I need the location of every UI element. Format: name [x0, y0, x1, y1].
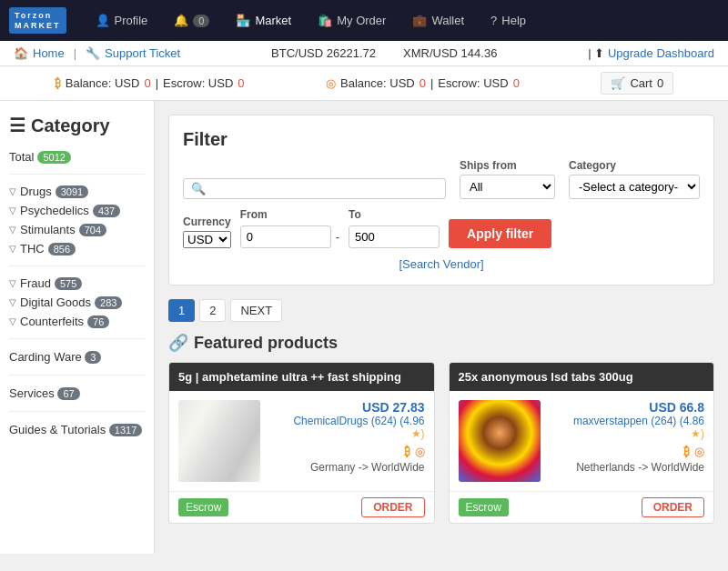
xmr-escrow-label: Escrow: USD [438, 76, 508, 90]
sidebar-divider-5 [9, 411, 145, 412]
sidebar-item-guides-tutorials[interactable]: Guides & Tutorials 1317 [9, 419, 145, 440]
xmr-balance-value: 0 [420, 76, 426, 90]
sidebar-item-drugs[interactable]: ▽ Drugs 3091 [9, 182, 145, 201]
product-seller-1[interactable]: ChemicalDrugs (624) (4.96 [269, 415, 425, 427]
profile-icon: 👤 [96, 14, 110, 27]
nav-market-label: Market [255, 14, 291, 27]
product-price-1: USD 27.83 [269, 400, 425, 415]
ships-from-select[interactable]: All USA UK Germany Netherlands WorldWide [460, 175, 555, 199]
order-button-2[interactable]: ORDER [642, 497, 704, 517]
info-bar-left: 🏠 Home | 🔧 Support Ticket [14, 46, 180, 60]
nav-myorder[interactable]: 🛍️ My Order [307, 6, 397, 35]
btc-label: BTC/USD [271, 46, 323, 60]
ticket-icon: 🔧 [86, 46, 100, 60]
featured-title: 🔗 Featured products [168, 333, 714, 353]
digital-goods-badge: 283 [95, 296, 122, 309]
balance-bar: ₿ Balance: USD 0 | Escrow: USD 0 ◎ Balan… [0, 66, 728, 101]
page-2-button[interactable]: 2 [199, 299, 226, 322]
btc-value: 26221.72 [327, 46, 376, 60]
page-1-button[interactable]: 1 [168, 299, 195, 322]
product-image-2 [459, 400, 541, 482]
xmr-escrow-value: 0 [513, 76, 520, 90]
thc-badge: 856 [48, 243, 76, 255]
sidebar-item-thc[interactable]: ▽ THC 856 [9, 239, 145, 258]
btc-balance-value: 0 [144, 76, 150, 90]
nav-notifications[interactable]: 🔔 0 [163, 6, 220, 35]
star-icon-1: ★ [411, 427, 421, 440]
sidebar-divider-3 [9, 338, 145, 339]
filter-search-box[interactable]: 🔍 [183, 178, 446, 199]
stimulants-label: Stimulants [20, 223, 76, 236]
stimulants-badge: 704 [79, 224, 106, 236]
order-icon: 🛍️ [318, 14, 332, 27]
sidebar-item-counterfeits[interactable]: ▽ Counterfeits 76 [9, 312, 145, 331]
logo-subtext: MARKET [15, 21, 61, 31]
nav-help[interactable]: ? Help [480, 6, 537, 35]
featured-title-text: Featured products [194, 334, 338, 353]
product-info-1: USD 27.83 ChemicalDrugs (624) (4.96 ★) ₿… [269, 400, 425, 482]
sidebar: ☰ Category Total 5012 ▽ Drugs 3091 ▽ Psy… [0, 101, 155, 554]
home-link[interactable]: Home [33, 46, 65, 60]
sidebar-item-stimulants[interactable]: ▽ Stimulants 704 [9, 220, 145, 239]
logo[interactable]: Torzon MARKET [9, 7, 66, 35]
sidebar-item-psychedelics[interactable]: ▽ Psychedelics 437 [9, 201, 145, 220]
thc-label: THC [20, 242, 45, 255]
upgrade-icon: ⬆ [594, 46, 604, 60]
order-button-1[interactable]: ORDER [361, 497, 424, 517]
sidebar-item-services[interactable]: Services 67 [9, 383, 145, 404]
product-card-2: 25x anonymous lsd tabs 300ug USD 66.8 ma… [449, 362, 715, 524]
product-title-2[interactable]: 25x anonymous lsd tabs 300ug [450, 363, 714, 391]
to-inputs [349, 225, 440, 248]
currency-select[interactable]: USD BTC XMR [183, 231, 231, 248]
from-label: From [240, 208, 268, 221]
psychedelics-badge: 437 [93, 205, 120, 217]
category-group: Category -Select a category- Drugs Psych… [569, 159, 700, 199]
to-input[interactable] [349, 225, 440, 248]
sidebar-item-total[interactable]: Total 5012 [9, 147, 145, 166]
product-title-1[interactable]: 5g | amphetamine ultra ++ fast shipping [169, 363, 434, 391]
triangle-icon-7: ▽ [9, 316, 16, 326]
nav-profile[interactable]: 👤 Profile [85, 6, 159, 35]
products-grid: 5g | amphetamine ultra ++ fast shipping … [168, 362, 714, 524]
fraud-label: Fraud [20, 276, 51, 290]
nav-profile-label: Profile [115, 14, 148, 27]
xmr-payment-icon-1: ◎ [415, 445, 425, 458]
triangle-icon-3: ▽ [9, 225, 16, 235]
nav-wallet[interactable]: 💼 Wallet [401, 6, 475, 35]
pagination: 1 2 NEXT [168, 299, 714, 322]
upgrade-link[interactable]: Upgrade Dashboard [608, 46, 714, 60]
cart-button[interactable]: 🛒 Cart 0 [601, 72, 673, 95]
logo-text: Torzon [15, 11, 61, 21]
nav-market[interactable]: 🏪 Market [225, 6, 302, 35]
cart-label: Cart [630, 76, 652, 90]
sidebar-item-fraud[interactable]: ▽ Fraud 575 [9, 274, 145, 293]
next-page-button[interactable]: NEXT [230, 299, 282, 322]
category-select[interactable]: -Select a category- Drugs Psychedelics S… [569, 175, 700, 199]
top-navigation: Torzon MARKET 👤 Profile 🔔 0 🏪 Market 🛍️ … [0, 0, 728, 41]
product-rating-2: ★) [550, 427, 705, 440]
btc-escrow-label: Escrow: USD [163, 76, 233, 90]
support-link[interactable]: Support Ticket [105, 46, 180, 60]
triangle-icon-4: ▽ [9, 244, 16, 254]
product-seller-2[interactable]: maxverstappen (264) (4.86 [550, 415, 705, 427]
xmr-payment-icon-2: ◎ [694, 445, 704, 458]
filter-title: Filter [183, 129, 700, 150]
sidebar-item-carding-ware[interactable]: Carding Ware 3 [9, 346, 145, 367]
cart-icon: 🛒 [611, 76, 625, 90]
sidebar-item-digital-goods[interactable]: ▽ Digital Goods 283 [9, 293, 145, 312]
from-input[interactable] [240, 225, 331, 248]
currency-group: Currency USD BTC XMR [183, 215, 231, 248]
nav-help-label: Help [501, 14, 526, 27]
apply-filter-button[interactable]: Apply filter [449, 219, 551, 248]
main-layout: ☰ Category Total 5012 ▽ Drugs 3091 ▽ Psy… [0, 101, 728, 554]
guides-label: Guides & Tutorials [9, 423, 106, 436]
total-badge: 5012 [37, 151, 70, 164]
search-vendor-link[interactable]: [Search Vendor] [183, 257, 700, 271]
category-label: Category [569, 159, 700, 172]
search-input[interactable] [206, 182, 438, 195]
filter-row-1: 🔍 Ships from All USA UK Germany Netherla… [183, 159, 700, 199]
nav-items: 👤 Profile 🔔 0 🏪 Market 🛍️ My Order 💼 Wal… [85, 6, 720, 35]
services-badge: 67 [57, 387, 79, 400]
triangle-icon-2: ▽ [9, 205, 16, 215]
product-flags-1: ₿ ◎ [269, 445, 425, 458]
